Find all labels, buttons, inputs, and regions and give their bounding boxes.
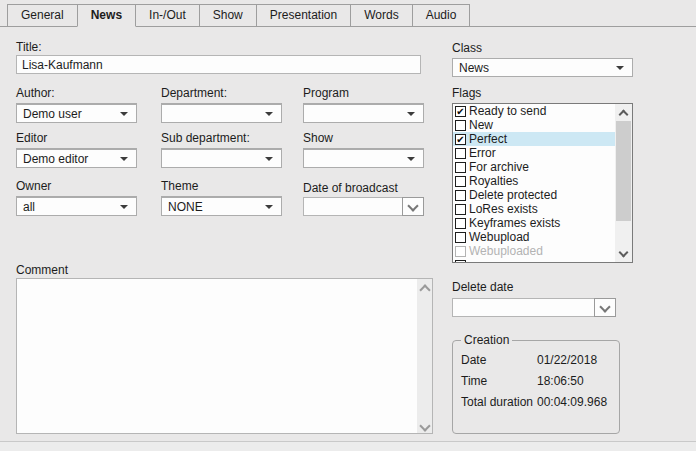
chevron-down-icon (265, 205, 273, 209)
date-of-broadcast-label: Date of broadcast (303, 181, 398, 195)
show-dropdown[interactable] (303, 149, 424, 168)
owner-label: Owner (16, 179, 137, 197)
chevron-down-icon (599, 301, 610, 312)
creation-row-time: Time18:06:50 (461, 374, 613, 388)
checkbox-unchecked-icon[interactable] (455, 260, 466, 264)
checkbox-checked-icon[interactable]: ✔ (455, 134, 466, 145)
checkbox-unchecked-icon[interactable] (455, 204, 466, 215)
chevron-down-icon (265, 157, 273, 161)
flag-item-label: Keyframes exists (469, 216, 560, 230)
chevron-down-icon (120, 205, 128, 209)
chevron-down-icon (120, 157, 128, 161)
creation-row-value: 18:06:50 (537, 374, 584, 388)
creation-row-label: Time (461, 374, 537, 388)
delete-date-picker[interactable] (452, 298, 616, 317)
flag-item-label: Perfect (469, 132, 507, 146)
metadata-dialog: GeneralNewsIn-/OutShowPresentationWordsA… (0, 0, 696, 451)
flag-item-ready-to-send[interactable]: ✔Ready to send (453, 104, 615, 118)
flags-label: Flags (452, 86, 633, 104)
flag-item[interactable] (453, 258, 615, 263)
flag-item-label: Delete protected (469, 188, 557, 202)
checkbox-checked-icon[interactable]: ✔ (455, 106, 466, 117)
editor-dropdown[interactable]: Demo editor (16, 149, 137, 168)
author-dropdown[interactable]: Demo user (16, 104, 137, 123)
class-value: News (459, 60, 489, 76)
department-dropdown[interactable] (161, 104, 282, 123)
tab-bar: GeneralNewsIn-/OutShowPresentationWordsA… (0, 4, 696, 27)
sub-department-dropdown[interactable] (161, 149, 282, 168)
chevron-down-icon (419, 420, 430, 431)
date-dropdown-button[interactable] (594, 298, 616, 317)
flag-item-label: Error (469, 146, 496, 160)
flag-item-for-archive[interactable]: For archive (453, 160, 615, 174)
date-of-broadcast-picker[interactable] (303, 197, 424, 216)
comment-scrollbar[interactable] (417, 279, 432, 433)
flag-item-webupload[interactable]: Webupload (453, 230, 615, 244)
checkbox-unchecked-icon[interactable] (455, 218, 466, 229)
scrollbar-thumb[interactable] (616, 121, 631, 221)
scroll-up-button[interactable] (615, 104, 632, 119)
date-dropdown-button[interactable] (402, 197, 424, 216)
creation-row-date: Date01/22/2018 (461, 353, 613, 367)
flag-item-royalties[interactable]: Royalties (453, 174, 615, 188)
flags-listbox[interactable]: ✔Ready to sendNew✔PerfectErrorFor archiv… (452, 103, 633, 263)
checkbox-unchecked-icon[interactable] (455, 162, 466, 173)
chevron-down-icon (407, 157, 415, 161)
class-dropdown[interactable]: News (452, 58, 633, 77)
chevron-up-icon (419, 284, 430, 295)
flag-item-lores-exists[interactable]: LoRes exists (453, 202, 615, 216)
flag-item-perfect[interactable]: ✔Perfect (453, 132, 615, 146)
flag-item-webuploaded[interactable]: Webuploaded (453, 244, 615, 258)
program-dropdown[interactable] (303, 104, 424, 123)
chevron-down-icon (619, 248, 629, 258)
scroll-down-button[interactable] (417, 418, 432, 433)
flag-item-keyframes-exists[interactable]: Keyframes exists (453, 216, 615, 230)
tab-in-out[interactable]: In-/Out (135, 4, 200, 27)
flag-item-label: Webuploaded (469, 244, 543, 258)
tab-words[interactable]: Words (350, 4, 412, 27)
checkbox-unchecked-icon[interactable] (455, 246, 466, 257)
creation-row-value: 01/22/2018 (537, 353, 597, 367)
program-label: Program (303, 86, 424, 104)
scroll-down-button[interactable] (615, 247, 632, 262)
tab-show[interactable]: Show (199, 4, 257, 27)
checkbox-unchecked-icon[interactable] (455, 148, 466, 159)
flag-item-delete-protected[interactable]: Delete protected (453, 188, 615, 202)
comment-textarea[interactable] (16, 278, 433, 434)
author-label: Author: (16, 86, 137, 104)
chevron-down-icon (616, 66, 624, 70)
title-label: Title: (16, 40, 42, 54)
flags-scrollbar[interactable] (615, 104, 632, 262)
tab-news[interactable]: News (77, 4, 136, 27)
scroll-up-button[interactable] (417, 279, 432, 294)
chevron-down-icon (407, 112, 415, 116)
chevron-up-icon (619, 110, 629, 120)
delete-date-label: Delete date (452, 280, 513, 294)
flag-item-label: Royalties (469, 174, 518, 188)
tab-presentation[interactable]: Presentation (256, 4, 351, 27)
flags-rows: ✔Ready to sendNew✔PerfectErrorFor archiv… (453, 104, 615, 262)
creation-group: Creation Date01/22/2018Time18:06:50Total… (452, 333, 620, 434)
owner-dropdown[interactable]: all (16, 197, 137, 216)
title-input[interactable] (16, 55, 421, 74)
chevron-down-icon (407, 200, 418, 211)
creation-row-label: Total duration (461, 395, 537, 409)
class-label: Class (452, 41, 633, 59)
tab-audio[interactable]: Audio (412, 4, 471, 27)
owner-value: all (23, 199, 35, 215)
tab-general[interactable]: General (7, 4, 78, 27)
checkbox-unchecked-icon[interactable] (455, 190, 466, 201)
department-label: Department: (161, 86, 282, 104)
checkbox-unchecked-icon[interactable] (455, 120, 466, 131)
flag-item-label: Webupload (469, 230, 530, 244)
chevron-down-icon (265, 112, 273, 116)
checkbox-unchecked-icon[interactable] (455, 176, 466, 187)
flag-item-label: For archive (469, 160, 529, 174)
author-value: Demo user (23, 106, 82, 122)
checkbox-unchecked-icon[interactable] (455, 232, 466, 243)
theme-value: NONE (168, 199, 203, 215)
flag-item-new[interactable]: New (453, 118, 615, 132)
theme-dropdown[interactable]: NONE (161, 197, 282, 216)
editor-label: Editor (16, 131, 137, 149)
flag-item-error[interactable]: Error (453, 146, 615, 160)
